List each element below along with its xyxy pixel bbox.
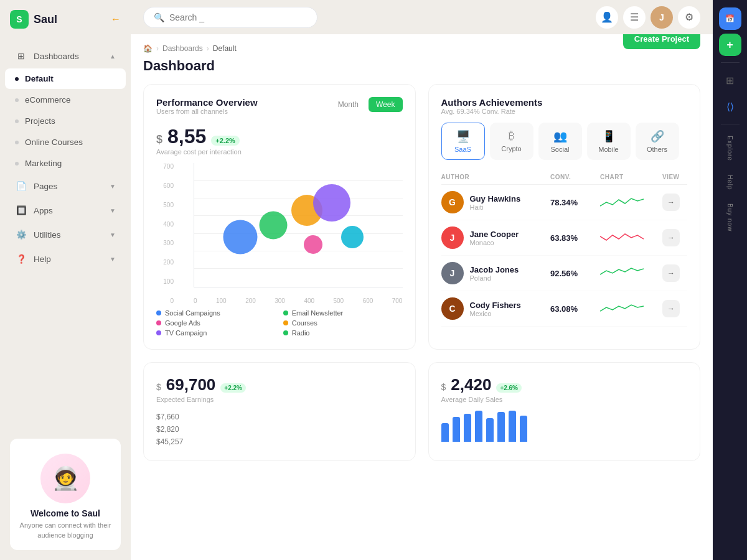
topbar-avatar-small[interactable]: 👤	[596, 6, 618, 29]
cat-tab-social[interactable]: 👥 Social	[538, 123, 582, 160]
bar	[509, 411, 516, 442]
topbar-actions: 👤 ☰ J ⚙	[596, 6, 700, 29]
cat-tab-saas[interactable]: 🖥️ SaaS	[441, 123, 485, 160]
main-content: 🔍 👤 ☰ J ⚙ 🏠 › Dashboards › Default Creat…	[131, 0, 713, 560]
sidebar-item-ecommerce[interactable]: eCommerce	[5, 90, 126, 110]
tab-week[interactable]: Week	[369, 97, 402, 112]
metric-value-row: $ 8,55 +2.2%	[156, 125, 403, 148]
utilities-icon: ⚙️	[15, 228, 27, 241]
sidebar-item-label: Online Courses	[25, 138, 83, 147]
metric-label: Avarage cost per interaction	[156, 148, 403, 156]
authors-card: Authors Achievements Avg. 69.34% Conv. R…	[428, 84, 701, 350]
logo-icon: S	[10, 10, 29, 29]
add-icon[interactable]: +	[719, 34, 741, 56]
sidebar-item-projects[interactable]: Projects	[5, 111, 126, 131]
col-author: AUTHOR	[441, 174, 551, 180]
breadcrumb-trail: 🏠 › Dashboards › Default	[143, 44, 237, 53]
grid-lines	[194, 163, 403, 287]
earnings-value: 69,700	[166, 375, 216, 394]
performance-title: Performance Overview	[156, 97, 258, 108]
topbar-menu-btn[interactable]: ☰	[623, 6, 646, 29]
astronaut-illustration: 🧑‍🚀	[40, 454, 90, 503]
apps-icon: 🔲	[15, 204, 27, 217]
category-tabs: 🖥️ SaaS ₿ Crypto 👥 Social 📱 Mobile	[441, 123, 688, 160]
back-arrow-icon[interactable]: ←	[111, 14, 121, 25]
y-axis-labels: 7006005004003002001000	[155, 163, 174, 304]
avatar-jacob: J	[441, 262, 464, 284]
legend-social-campaigns: Social Campaigns	[156, 309, 276, 317]
avatar-cody: C	[441, 297, 464, 320]
performance-subtitle: Users from all channels	[156, 108, 258, 115]
bubble-chart-container: 7006005004003002001000	[175, 163, 403, 304]
authors-subtitle: Avg. 69.34% Conv. Rate	[441, 108, 688, 115]
performance-card: Performance Overview Users from all chan…	[143, 84, 416, 350]
bar-chart	[441, 411, 688, 442]
sidebar-item-pages[interactable]: 📄 Pages ▼	[5, 174, 126, 198]
breadcrumb-home[interactable]: 🏠	[143, 44, 153, 53]
author-info-jane: J Jane Cooper Monaco	[441, 226, 551, 249]
view-btn-jane[interactable]: →	[662, 229, 680, 246]
welcome-subtitle: Anyone can connect with their audience b…	[17, 521, 113, 540]
sidebar-item-default[interactable]: Default	[5, 68, 126, 89]
cat-tab-mobile-label: Mobile	[598, 146, 618, 153]
app-logo: S Saul ←	[0, 0, 131, 39]
help-icon: ❓	[15, 253, 27, 265]
view-btn-guy[interactable]: →	[662, 194, 680, 211]
cat-tab-crypto[interactable]: ₿ Crypto	[490, 123, 533, 160]
cat-tab-others-label: Others	[647, 146, 667, 153]
sidebar-item-label: eCommerce	[25, 95, 71, 105]
chart-cody	[600, 301, 662, 317]
view-btn-jacob[interactable]: →	[662, 264, 680, 282]
sidebar-item-apps[interactable]: 🔲 Apps ▼	[5, 198, 126, 222]
help-label[interactable]: Help	[726, 175, 733, 190]
table-header: AUTHOR CONV. CHART VIEW	[441, 170, 688, 185]
bar	[520, 416, 527, 442]
sidebar-item-online-courses[interactable]: Online Courses	[5, 132, 126, 152]
saas-icon: 🖥️	[456, 129, 470, 143]
user-avatar[interactable]: J	[651, 6, 673, 29]
author-location-guy: Haiti	[470, 203, 521, 211]
earnings-item-1: $7,660	[156, 411, 403, 423]
sidebar-item-label: Apps	[34, 206, 53, 215]
cat-tab-others[interactable]: 🔗 Others	[636, 123, 679, 160]
create-project-button[interactable]: Create Project	[623, 34, 700, 49]
welcome-title: Welcome to Saul	[17, 508, 113, 518]
panel-icon-1[interactable]: ⊞	[719, 69, 741, 91]
page-title: Dashboard	[143, 58, 700, 74]
bottom-stats: $ 69,700 +2.2% Expected Earnings $7,660 …	[143, 362, 700, 461]
cat-tab-mobile[interactable]: 📱 Mobile	[587, 123, 631, 160]
topbar-settings-icon[interactable]: ⚙	[678, 6, 700, 29]
topbar: 🔍 👤 ☰ J ⚙	[131, 0, 713, 34]
sidebar-item-help[interactable]: ❓ Help ▼	[5, 247, 126, 271]
chevron-icon: ▼	[110, 183, 116, 190]
chart-legend: Social Campaigns Email Newsletter Google…	[156, 309, 403, 337]
calendar-icon[interactable]: 📅	[719, 7, 741, 30]
view-btn-cody[interactable]: →	[662, 300, 680, 317]
search-input[interactable]	[169, 12, 307, 22]
right-panel: 📅 + ⊞ ⟨⟩ Explore Help Buy now	[713, 0, 747, 560]
tab-month[interactable]: Month	[331, 97, 366, 112]
earnings-dollar: $	[156, 382, 161, 392]
conv-cody: 63.08%	[550, 304, 600, 314]
table-row: G Guy Hawkins Haiti 78.34% →	[441, 185, 688, 220]
daily-sales-dollar: $	[441, 382, 446, 392]
chevron-icon: ▼	[110, 207, 116, 214]
metric-badge: +2.2%	[211, 136, 240, 146]
avatar-guy: G	[441, 191, 464, 213]
sidebar-item-utilities[interactable]: ⚙️ Utilities ▼	[5, 223, 126, 246]
search-box[interactable]: 🔍	[143, 7, 317, 28]
breadcrumb-dashboards[interactable]: Dashboards	[162, 44, 203, 53]
sidebar-item-marketing[interactable]: Marketing	[5, 153, 126, 174]
earnings-badge: +2.2%	[220, 383, 246, 393]
legend-email-newsletter: Email Newsletter	[283, 309, 403, 317]
col-view: VIEW	[662, 174, 687, 180]
breadcrumb: 🏠 › Dashboards › Default Create Project	[143, 44, 700, 58]
panel-icon-2[interactable]: ⟨⟩	[719, 95, 741, 118]
sidebar-item-dashboards[interactable]: ⊞ Dashboards ▲	[5, 44, 126, 68]
search-icon: 🔍	[154, 12, 164, 22]
explore-label[interactable]: Explore	[726, 136, 733, 161]
bar	[497, 412, 505, 442]
buy-now-label[interactable]: Buy now	[726, 203, 733, 231]
bubble-courses	[313, 184, 350, 222]
sidebar-item-label: Dashboards	[34, 52, 79, 61]
